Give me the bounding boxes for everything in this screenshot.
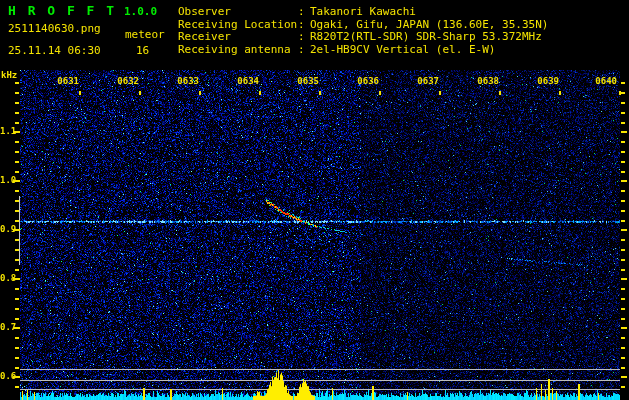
output-filename: 2511140630.png: [8, 23, 101, 34]
datetime-label: 25.11.14 06:30: [8, 45, 101, 56]
time-tick-label: 0637: [409, 76, 439, 86]
freq-axis-unit: kHz: [1, 71, 17, 80]
freq-tick-label: 1.1: [0, 126, 14, 136]
time-tick-label: 0640: [587, 76, 617, 86]
info-row-antenna: Receiving antenna:2el-HB9CV Vertical (el…: [178, 44, 548, 57]
spectrogram-canvas: [0, 0, 629, 400]
time-tick-label: 0639: [529, 76, 559, 86]
time-tick-label: 0635: [289, 76, 319, 86]
freq-tick-label: 0.9: [0, 224, 14, 234]
info-label: Observer: [178, 6, 298, 19]
freq-tick-label: 0.7: [0, 322, 14, 332]
app-title: H R O F F T: [8, 4, 116, 17]
freq-tick-label: 0.6: [0, 371, 14, 381]
info-separator: :: [298, 44, 310, 57]
info-value: 2el-HB9CV Vertical (el. E-W): [310, 44, 495, 57]
time-tick-label: 0632: [109, 76, 139, 86]
time-tick-label: 0634: [229, 76, 259, 86]
info-row-receiver: Receiver:R820T2(RTL-SDR) SDR-Sharp 53.37…: [178, 31, 548, 44]
info-row-observer: Observer:Takanori Kawachi: [178, 6, 548, 19]
station-info: Observer:Takanori Kawachi Receiving Loca…: [178, 6, 548, 56]
info-separator: :: [298, 31, 310, 44]
info-value: Takanori Kawachi: [310, 6, 416, 19]
info-label: Receiver: [178, 31, 298, 44]
mode-label: meteor: [125, 29, 165, 40]
info-value: R820T2(RTL-SDR) SDR-Sharp 53.372MHz: [310, 31, 542, 44]
echo-count: 16: [136, 45, 149, 56]
freq-tick-label: 1.0: [0, 175, 14, 185]
info-separator: :: [298, 6, 310, 19]
hrofft-screen: H R O F F T 1.0.0 2511140630.png meteor …: [0, 0, 629, 400]
time-tick-label: 0631: [49, 76, 79, 86]
time-tick-label: 0638: [469, 76, 499, 86]
app-version: 1.0.0: [124, 6, 157, 17]
time-tick-label: 0636: [349, 76, 379, 86]
time-tick-label: 0633: [169, 76, 199, 86]
info-label: Receiving antenna: [178, 44, 298, 57]
freq-tick-label: 0.8: [0, 273, 14, 283]
